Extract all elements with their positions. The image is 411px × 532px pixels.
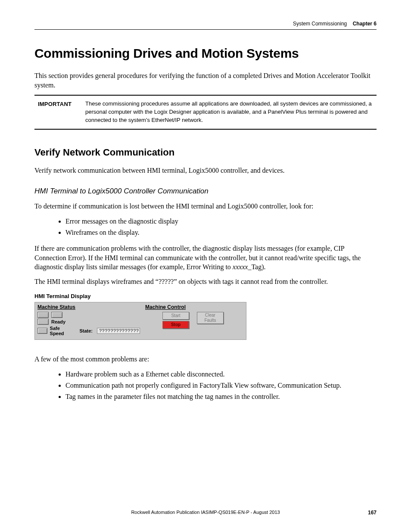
hmi-status-heading: Machine Status [37, 304, 140, 310]
common-problems-list: Hardware problem such as a Ethernet cabl… [34, 369, 377, 402]
comm-problems-paragraph: If there are communication problems with… [34, 244, 377, 272]
section-heading-verify: Verify Network Communication [34, 147, 377, 158]
list-item: Wireframes on the display. [65, 227, 377, 238]
indicator-box [37, 319, 49, 325]
common-problems-intro: A few of the most common problems are: [34, 355, 377, 364]
state-label: State: [79, 328, 93, 333]
intro-paragraph: This section provides general procedures… [34, 71, 377, 90]
list-item: Tag names in the parameter files not mat… [65, 392, 377, 402]
list-item: Error messages on the diagnostic display [65, 216, 377, 227]
hmi-control-heading: Machine Control [145, 304, 243, 310]
indicator-ready-label: Ready [51, 319, 65, 324]
indicator-box [51, 312, 62, 318]
important-text: These commissioning procedures assume al… [85, 100, 377, 124]
footer-publication: Rockwell Automation Publication IASIMP-Q… [131, 510, 280, 515]
page-title: Commissioning Drives and Motion Systems [34, 46, 377, 61]
indicator-box [37, 312, 49, 318]
important-label: IMPORTANT [34, 100, 85, 124]
verify-paragraph: Verify network communication between HMI… [34, 166, 377, 175]
important-callout: IMPORTANT These commissioning procedures… [34, 95, 377, 130]
look-for-list: Error messages on the diagnostic display… [34, 216, 377, 238]
indicator-box [37, 328, 47, 334]
stop-button[interactable]: Stop [162, 321, 189, 329]
determine-paragraph: To determine if communication is lost be… [34, 202, 377, 211]
indicator-safe-speed-label: Safe Speed [50, 326, 72, 336]
figure-caption: HMI Terminal Display [34, 293, 377, 299]
running-head-section: System Commissioning [293, 21, 347, 27]
running-head: System Commissioning Chapter 6 [34, 21, 377, 33]
wireframes-paragraph: The HMI terminal displays wireframes and… [34, 277, 377, 286]
running-head-chapter: Chapter 6 [353, 21, 377, 27]
list-item: Hardware problem such as a Ethernet cabl… [65, 369, 377, 380]
subheading-hmi-comm: HMI Terminal to Logix5000 Controller Com… [34, 187, 377, 196]
page-footer: Rockwell Automation Publication IASIMP-Q… [34, 510, 377, 515]
list-item: Communication path not properly configur… [65, 380, 377, 391]
state-value: ?????????????? [97, 328, 140, 334]
hmi-mockup: Machine Status Ready Safe Speed State: ?… [34, 302, 246, 340]
page-number: 167 [368, 510, 377, 516]
clear-faults-button[interactable]: Clear Faults [197, 312, 224, 324]
start-button[interactable]: Start [162, 312, 189, 320]
